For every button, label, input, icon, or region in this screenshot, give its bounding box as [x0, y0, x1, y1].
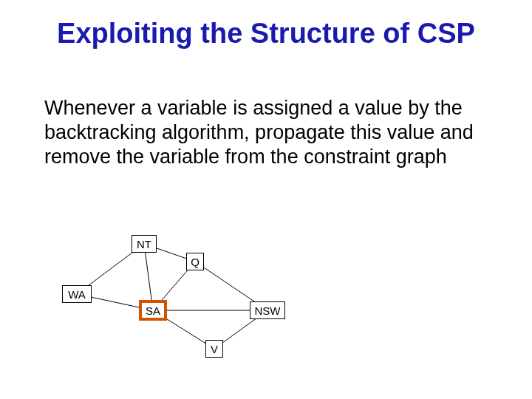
- constraint-graph: NT Q WA SA NSW V: [59, 222, 377, 384]
- slide-title: Exploiting the Structure of CSP: [0, 18, 532, 50]
- node-sa: SA: [139, 300, 167, 321]
- slide-body-text: Whenever a variable is assigned a value …: [44, 96, 495, 169]
- node-nt: NT: [132, 235, 157, 253]
- slide: Exploiting the Structure of CSP Whenever…: [0, 0, 532, 399]
- node-wa: WA: [62, 285, 92, 303]
- node-nsw: NSW: [250, 301, 285, 319]
- node-q: Q: [186, 253, 204, 270]
- graph-edges: [59, 222, 377, 384]
- node-v: V: [205, 340, 223, 358]
